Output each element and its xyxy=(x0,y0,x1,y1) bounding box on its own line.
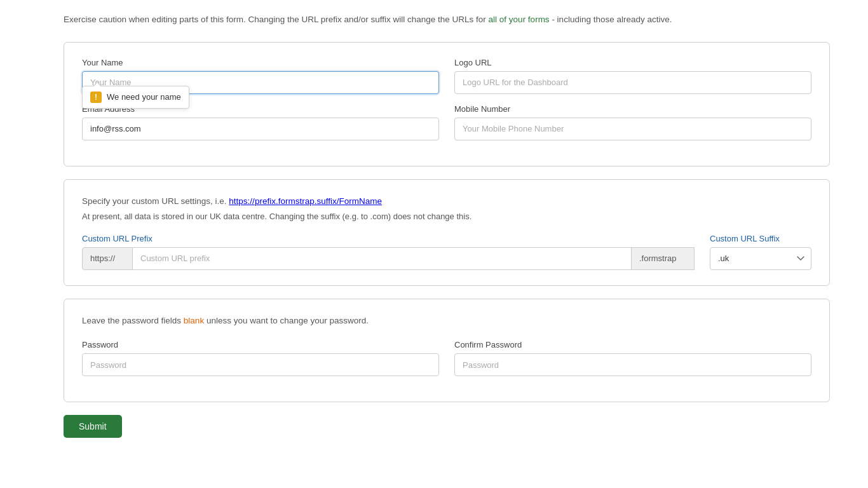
logo-url-group: Logo URL xyxy=(454,58,811,94)
mobile-label: Mobile Number xyxy=(454,104,811,114)
validation-tooltip: ! We need your name xyxy=(82,86,189,109)
tooltip-message: We need your name xyxy=(107,92,181,102)
mobile-input[interactable] xyxy=(454,118,811,140)
password-card: Leave the password fields blank unless y… xyxy=(64,299,830,402)
tooltip-warning-icon: ! xyxy=(90,92,102,103)
password-input[interactable] xyxy=(82,353,439,376)
url-suffix-select[interactable]: .uk .com .co.uk .net xyxy=(710,247,811,270)
email-input[interactable] xyxy=(82,118,439,140)
url-prefix-input[interactable] xyxy=(133,247,631,270)
url-prefix-label: Custom URL Prefix xyxy=(82,234,695,243)
url-https-static: https:// xyxy=(82,247,133,270)
warning-link[interactable]: all of your forms xyxy=(489,15,550,24)
email-group: Email Address xyxy=(82,104,439,140)
url-description: Specify your custom URL settings, i.e. h… xyxy=(82,195,811,208)
url-example-link[interactable]: https://prefix.formstrap.suffix/FormName xyxy=(229,196,382,206)
personal-info-card: Your Name ! We need your name Logo URL E… xyxy=(64,42,830,166)
password-label: Password xyxy=(82,340,439,349)
your-name-label: Your Name xyxy=(82,58,439,67)
confirm-password-group: Confirm Password xyxy=(454,340,811,376)
password-note: Leave the password fields blank unless y… xyxy=(82,315,811,327)
url-middle-static: .formstrap xyxy=(631,247,695,270)
logo-url-label: Logo URL xyxy=(454,58,811,67)
url-suffix-col: Custom URL Suffix .uk .com .co.uk .net xyxy=(710,234,811,270)
confirm-password-input[interactable] xyxy=(454,353,811,376)
confirm-password-label: Confirm Password xyxy=(454,340,811,349)
submit-button[interactable]: Submit xyxy=(64,415,122,438)
password-row: Password Confirm Password xyxy=(82,340,811,376)
mobile-group: Mobile Number xyxy=(454,104,811,140)
url-note: At present, all data is stored in our UK… xyxy=(82,212,811,221)
password-group: Password xyxy=(82,340,439,376)
url-suffix-label: Custom URL Suffix xyxy=(710,234,811,243)
url-prefix-inner: https:// .formstrap xyxy=(82,247,695,270)
blank-highlight: blank xyxy=(184,316,204,325)
url-prefix-col: Custom URL Prefix https:// .formstrap xyxy=(82,234,695,270)
warning-text: Exercise caution when editing parts of t… xyxy=(64,13,830,27)
your-name-group: Your Name ! We need your name xyxy=(82,58,439,94)
url-settings-card: Specify your custom URL settings, i.e. h… xyxy=(64,179,830,286)
logo-url-input[interactable] xyxy=(454,71,811,94)
